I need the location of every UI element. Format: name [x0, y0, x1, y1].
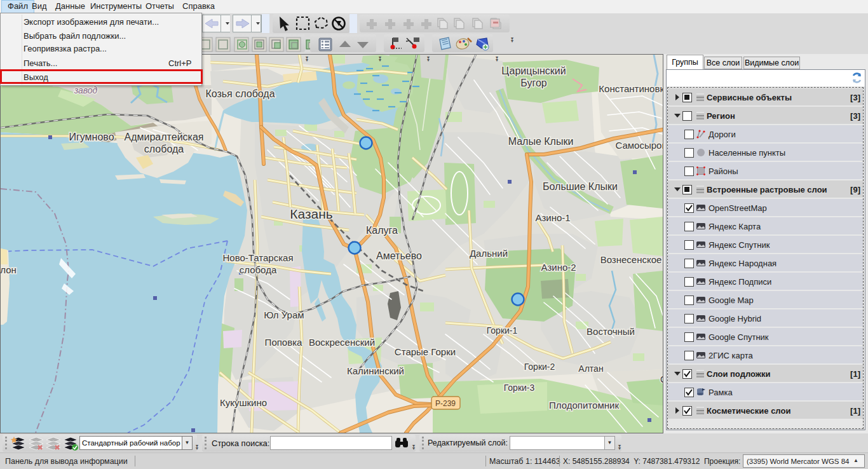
svg-text:Старые Горки: Старые Горки — [395, 346, 456, 357]
svg-text:слобода: слобода — [144, 144, 184, 154]
svg-text:Плодопитомник: Плодопитомник — [549, 400, 619, 411]
svg-text:Аметьево: Аметьево — [376, 250, 422, 261]
svg-text:Калуга: Калуга — [366, 225, 398, 236]
svg-text:Вознесенское: Вознесенское — [600, 254, 662, 265]
svg-text:Воскресенский: Воскресенский — [309, 337, 375, 348]
svg-text:Большие Клыки: Большие Клыки — [543, 181, 618, 192]
svg-text:Малые Клыки: Малые Клыки — [508, 136, 574, 147]
svg-text:Самосырово: Самосырово — [615, 140, 663, 151]
svg-text:Царицынский: Царицынский — [501, 65, 566, 76]
svg-text:Козья слобода: Козья слобода — [205, 88, 275, 99]
svg-text:Кукушкино: Кукушкино — [220, 397, 267, 408]
svg-text:Горки-2: Горки-2 — [524, 362, 555, 372]
svg-text:Калининский: Калининский — [347, 365, 404, 376]
svg-text:Азино-2: Азино-2 — [541, 262, 576, 273]
svg-text:Дальний: Дальний — [470, 248, 508, 259]
svg-text:завод: завод — [74, 85, 98, 95]
svg-text:Игумново: Игумново — [69, 132, 114, 142]
svg-text:Салм: Салм — [660, 374, 663, 384]
svg-text:Азино-1: Азино-1 — [535, 212, 570, 223]
svg-text:Казань: Казань — [290, 207, 333, 221]
svg-text:слобода: слобода — [240, 264, 277, 275]
svg-text:Поповка: Поповка — [265, 337, 302, 348]
svg-text:Р-239: Р-239 — [435, 399, 456, 408]
svg-text:Бугор: Бугор — [520, 78, 547, 88]
svg-text:лон: лон — [1, 264, 17, 275]
svg-text:Восточный: Восточный — [587, 326, 635, 337]
svg-text:Адмиралтейская: Адмиралтейская — [125, 132, 204, 142]
svg-text:Алтан: Алтан — [578, 364, 603, 374]
svg-text:Горки-3: Горки-3 — [504, 383, 535, 393]
svg-text:Константиновка: Константиновка — [599, 83, 663, 94]
svg-text:Юл Урам: Юл Урам — [264, 309, 304, 320]
svg-text:Ново-Татарская: Ново-Татарская — [222, 252, 293, 263]
svg-text:Горки-1: Горки-1 — [487, 325, 518, 336]
